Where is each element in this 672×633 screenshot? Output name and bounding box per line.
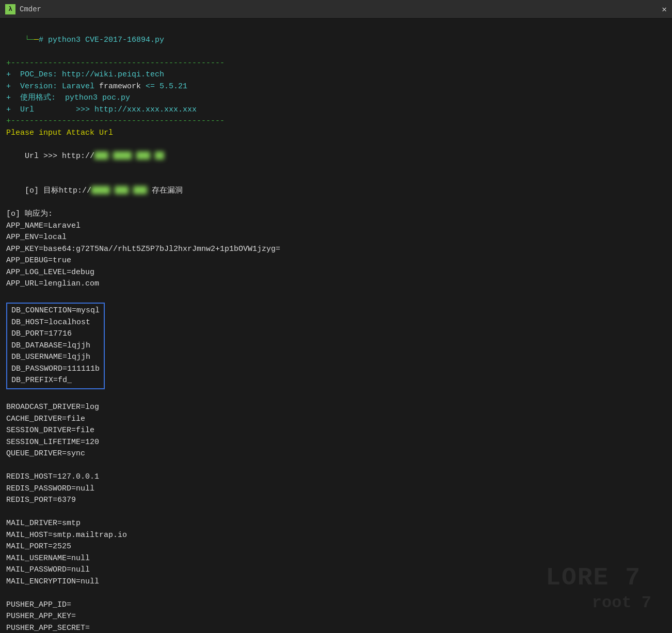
url-input-line: Url >>> http://███ ████ ███ ██ [6,139,666,174]
app-name-line: APP_NAME=Laravel [6,220,666,232]
title-bar: λ Cmder ✕ [0,0,672,19]
cache-line: CACHE_DRIVER=file [6,414,666,425]
pusher-id-line: PUSHER_APP_ID= [6,599,666,611]
mail-port-line: MAIL_PORT=2525 [6,541,666,553]
db-database-line: DB_DATABASE=lqjjh [11,340,100,352]
close-icon[interactable]: ✕ [662,4,667,14]
command-line: └──# python3 CVE-2017-16894.py [6,23,666,58]
db-username-line: DB_USERNAME=lqjjh [11,352,100,363]
separator-bot: +---------------------------------------… [6,116,666,128]
vuln-msg-line: [o] 目标http://████ ███ ███ 存在漏洞 [6,174,666,209]
terminal[interactable]: └──# python3 CVE-2017-16894.py +--------… [0,19,672,633]
db-host-line: DB_HOST=localhost [11,317,100,329]
redis-host-line: REDIS_HOST=127.0.0.1 [6,471,666,483]
attack-prompt: Please input Attack Url [6,128,666,139]
empty-3 [6,460,666,472]
db-connection-line: DB_CONNECTION=mysql [11,305,100,317]
app-log-line: APP_LOG_LEVEL=debug [6,267,666,279]
pusher-key-line: PUSHER_APP_KEY= [6,611,666,623]
session-driver-line: SESSION_DRIVER=file [6,425,666,437]
usage-line: + 使用格式: python3 poc.py [6,92,666,104]
broadcast-line: BROADCAST_DRIVER=log [6,402,666,414]
poc-des-line: + POC_Des: http://wiki.peiqi.tech [6,69,666,81]
pusher-secret-line: PUSHER_APP_SECRET= [6,623,666,634]
mail-host-line: MAIL_HOST=smtp.mailtrap.io [6,530,666,542]
redis-pass-line: REDIS_PASSWORD=null [6,483,666,495]
app-title: Cmder [20,5,662,13]
version-line: + Version: Laravel framework <= 5.5.21 [6,81,666,93]
empty-5 [6,588,666,599]
redis-port-line: REDIS_PORT=6379 [6,495,666,507]
session-lifetime-line: SESSION_LIFETIME=120 [6,437,666,449]
response-label: [o] 响应为: [6,209,666,220]
queue-line: QUEUE_DRIVER=sync [6,448,666,460]
separator-top: +---------------------------------------… [6,58,666,70]
mail-enc-line: MAIL_ENCRYPTION=null [6,576,666,588]
db-block: DB_CONNECTION=mysql DB_HOST=localhost DB… [6,303,105,389]
app-env-line: APP_ENV=local [6,232,666,244]
url-info-line: + Url >>> http://xxx.xxx.xxx.xxx [6,104,666,116]
app-url-line: APP_URL=lenglian.com [6,278,666,290]
logo-icon: λ [5,4,15,14]
app-debug-line: APP_DEBUG=true [6,255,666,267]
mail-user-line: MAIL_USERNAME=null [6,553,666,565]
db-password-line: DB_PASSWORD=111111b [11,363,100,375]
empty-2 [6,390,666,402]
db-prefix-line: DB_PREFIX=fd_ [11,375,100,387]
empty-4 [6,507,666,518]
mail-driver-line: MAIL_DRIVER=smtp [6,518,666,530]
empty-1 [6,290,666,302]
mail-pass-line: MAIL_PASSWORD=null [6,564,666,576]
db-port-line: DB_PORT=17716 [11,328,100,340]
app-key-line: APP_KEY=base64:g72T5Na//rhLt5Z5P7bJl2hxr… [6,244,666,256]
